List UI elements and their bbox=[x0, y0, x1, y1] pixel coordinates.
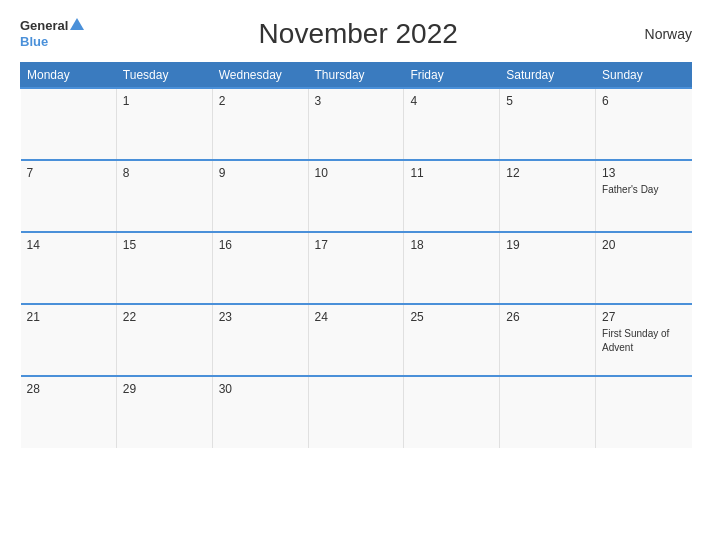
table-row: 21 bbox=[21, 304, 117, 376]
country-label: Norway bbox=[632, 26, 692, 42]
header-thursday: Thursday bbox=[308, 63, 404, 89]
table-row: 7 bbox=[21, 160, 117, 232]
day-number: 10 bbox=[315, 166, 398, 180]
day-number: 12 bbox=[506, 166, 589, 180]
table-row: 5 bbox=[500, 88, 596, 160]
day-number: 18 bbox=[410, 238, 493, 252]
table-row: 26 bbox=[500, 304, 596, 376]
table-row: 28 bbox=[21, 376, 117, 448]
table-row: 2 bbox=[212, 88, 308, 160]
calendar-table: Monday Tuesday Wednesday Thursday Friday… bbox=[20, 62, 692, 448]
table-row: 8 bbox=[116, 160, 212, 232]
logo-blue: Blue bbox=[20, 34, 48, 49]
header-sunday: Sunday bbox=[596, 63, 692, 89]
table-row bbox=[596, 376, 692, 448]
day-number: 30 bbox=[219, 382, 302, 396]
day-number: 1 bbox=[123, 94, 206, 108]
event-label: First Sunday of Advent bbox=[602, 328, 669, 353]
table-row: 17 bbox=[308, 232, 404, 304]
day-number: 27 bbox=[602, 310, 685, 324]
day-number: 23 bbox=[219, 310, 302, 324]
day-number: 2 bbox=[219, 94, 302, 108]
table-row: 14 bbox=[21, 232, 117, 304]
table-row: 23 bbox=[212, 304, 308, 376]
calendar-week-row: 123456 bbox=[21, 88, 692, 160]
logo: General Blue bbox=[20, 18, 84, 50]
day-number: 20 bbox=[602, 238, 685, 252]
table-row bbox=[308, 376, 404, 448]
table-row: 27First Sunday of Advent bbox=[596, 304, 692, 376]
day-number: 4 bbox=[410, 94, 493, 108]
day-number: 19 bbox=[506, 238, 589, 252]
table-row: 6 bbox=[596, 88, 692, 160]
day-number: 22 bbox=[123, 310, 206, 324]
calendar-week-row: 78910111213Father's Day bbox=[21, 160, 692, 232]
day-number: 9 bbox=[219, 166, 302, 180]
header-wednesday: Wednesday bbox=[212, 63, 308, 89]
calendar-page: General Blue November 2022 Norway Monday… bbox=[0, 0, 712, 550]
table-row: 16 bbox=[212, 232, 308, 304]
day-number: 25 bbox=[410, 310, 493, 324]
page-header: General Blue November 2022 Norway bbox=[20, 18, 692, 50]
table-row bbox=[404, 376, 500, 448]
day-number: 8 bbox=[123, 166, 206, 180]
table-row: 13Father's Day bbox=[596, 160, 692, 232]
day-number: 29 bbox=[123, 382, 206, 396]
table-row: 1 bbox=[116, 88, 212, 160]
table-row: 9 bbox=[212, 160, 308, 232]
day-number: 28 bbox=[27, 382, 110, 396]
table-row: 18 bbox=[404, 232, 500, 304]
logo-triangle-icon bbox=[70, 18, 84, 30]
header-friday: Friday bbox=[404, 63, 500, 89]
table-row: 15 bbox=[116, 232, 212, 304]
header-monday: Monday bbox=[21, 63, 117, 89]
table-row: 29 bbox=[116, 376, 212, 448]
table-row: 4 bbox=[404, 88, 500, 160]
weekday-header-row: Monday Tuesday Wednesday Thursday Friday… bbox=[21, 63, 692, 89]
header-tuesday: Tuesday bbox=[116, 63, 212, 89]
table-row: 10 bbox=[308, 160, 404, 232]
day-number: 21 bbox=[27, 310, 110, 324]
day-number: 13 bbox=[602, 166, 685, 180]
table-row: 19 bbox=[500, 232, 596, 304]
calendar-week-row: 14151617181920 bbox=[21, 232, 692, 304]
day-number: 3 bbox=[315, 94, 398, 108]
day-number: 11 bbox=[410, 166, 493, 180]
table-row: 30 bbox=[212, 376, 308, 448]
day-number: 16 bbox=[219, 238, 302, 252]
table-row bbox=[21, 88, 117, 160]
table-row: 11 bbox=[404, 160, 500, 232]
day-number: 7 bbox=[27, 166, 110, 180]
day-number: 26 bbox=[506, 310, 589, 324]
day-number: 14 bbox=[27, 238, 110, 252]
header-saturday: Saturday bbox=[500, 63, 596, 89]
day-number: 24 bbox=[315, 310, 398, 324]
table-row: 12 bbox=[500, 160, 596, 232]
day-number: 15 bbox=[123, 238, 206, 252]
calendar-week-row: 21222324252627First Sunday of Advent bbox=[21, 304, 692, 376]
table-row: 25 bbox=[404, 304, 500, 376]
day-number: 5 bbox=[506, 94, 589, 108]
table-row: 22 bbox=[116, 304, 212, 376]
calendar-week-row: 282930 bbox=[21, 376, 692, 448]
day-number: 6 bbox=[602, 94, 685, 108]
page-title: November 2022 bbox=[84, 18, 632, 50]
table-row bbox=[500, 376, 596, 448]
logo-general: General bbox=[20, 19, 68, 32]
table-row: 20 bbox=[596, 232, 692, 304]
table-row: 3 bbox=[308, 88, 404, 160]
day-number: 17 bbox=[315, 238, 398, 252]
table-row: 24 bbox=[308, 304, 404, 376]
event-label: Father's Day bbox=[602, 184, 658, 195]
